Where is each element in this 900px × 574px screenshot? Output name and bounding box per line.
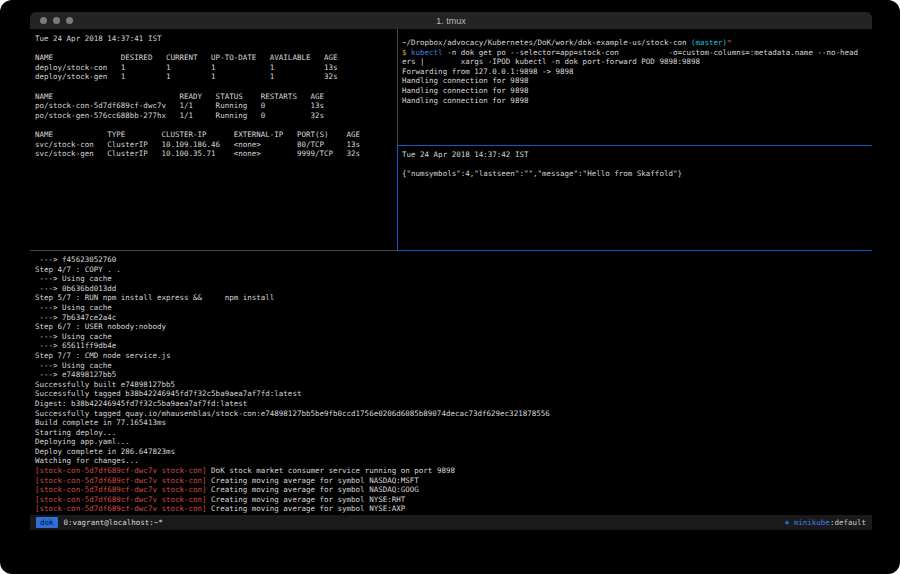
terminal-line: Watching for changes... bbox=[35, 456, 869, 466]
terminal-line: Forwarding from 127.0.0.1:9898 -> 9898 bbox=[402, 67, 870, 77]
terminal-text-segment: $ bbox=[402, 48, 411, 57]
terminal-text-segment: Deploying app.yaml... bbox=[35, 437, 130, 446]
terminal-line: svc/stock-con ClusterIP 10.109.186.46 <n… bbox=[35, 140, 393, 150]
terminal-line: [stock-con-5d7df689cf-dwc7v stock-con] D… bbox=[35, 466, 869, 476]
terminal-text-segment: {"numsymbols":4,"lastseen":"","message":… bbox=[402, 169, 682, 178]
terminal-line: po/stock-gen-576cc688bb-277hx 1/1 Runnin… bbox=[35, 111, 393, 121]
terminal-text-segment: Step 5/7 : RUN npm install express && np… bbox=[35, 293, 274, 302]
terminal-line: deploy/stock-gen 1 1 1 1 32s bbox=[35, 72, 393, 82]
terminal-line: $ kubectl -n dok get po --selector=app=s… bbox=[402, 48, 870, 58]
terminal-line: Successfully built e74898127bb5 bbox=[35, 380, 869, 390]
terminal-text-segment: Deploy complete in 286.647823ms bbox=[35, 447, 175, 456]
terminal-text-segment: Tue 24 Apr 2018 14:37:41 IST bbox=[35, 34, 161, 43]
terminal-text-segment: NAME TYPE CLUSTER-IP EXTERNAL-IP PORT(S)… bbox=[35, 130, 360, 139]
terminal-screen: Tue 24 Apr 2018 14:37:41 ISTNAME DESIRED… bbox=[30, 29, 872, 515]
pane-skaffold-build-log[interactable]: ---> f45623052760Step 4/7 : COPY . . ---… bbox=[35, 255, 869, 515]
pane-border-right-split-active bbox=[397, 145, 872, 146]
terminal-text-segment: Digest: b38b42246945fd7f32c5ba9aea7af7fd… bbox=[35, 399, 247, 408]
terminal-text-segment: Forwarding from 127.0.0.1:9898 -> 9898 bbox=[402, 67, 574, 76]
terminal-line: NAME TYPE CLUSTER-IP EXTERNAL-IP PORT(S)… bbox=[35, 130, 393, 140]
terminal-text-segment: po/stock-gen-576cc688bb-277hx 1/1 Runnin… bbox=[35, 111, 324, 120]
terminal-line: Successfully tagged b38b42246945fd7f32c5… bbox=[35, 389, 869, 399]
terminal-line: [stock-con-5d7df689cf-dwc7v stock-con] C… bbox=[35, 495, 869, 505]
pane-port-forward[interactable]: ~/Dropbox/advocacy/Kubernetes/DoK/work/d… bbox=[402, 38, 870, 144]
terminal-line: Step 4/7 : COPY . . bbox=[35, 265, 869, 275]
terminal-text-segment: ---> 0b636bd013dd bbox=[35, 284, 116, 293]
terminal-text-segment: ---> e74898127bb5 bbox=[35, 370, 116, 379]
terminal-text-segment: Starting deploy... bbox=[35, 428, 116, 437]
terminal-text-segment: Successfully tagged b38b42246945fd7f32c5… bbox=[35, 389, 301, 398]
terminal-text-segment: [stock-con-5d7df689cf-dwc7v stock-con] bbox=[35, 495, 207, 504]
terminal-line: po/stock-con-5d7df689cf-dwc7v 1/1 Runnin… bbox=[35, 101, 393, 111]
terminal-text-segment: po/stock-con-5d7df689cf-dwc7v 1/1 Runnin… bbox=[35, 101, 324, 110]
terminal-line bbox=[35, 44, 393, 54]
terminal-text-segment: Tue 24 Apr 2018 14:37:42 IST bbox=[402, 150, 528, 159]
pane-kubectl-watch[interactable]: Tue 24 Apr 2018 14:37:41 ISTNAME DESIRED… bbox=[35, 34, 393, 248]
terminal-line: Deploying app.yaml... bbox=[35, 437, 869, 447]
terminal-text-segment: * bbox=[727, 38, 732, 47]
terminal-window: 1. tmux Tue 24 Apr 2018 14:37:41 ISTNAME… bbox=[30, 12, 872, 530]
terminal-text-segment: ---> f45623052760 bbox=[35, 255, 116, 264]
terminal-line: Handling connection for 9898 bbox=[402, 96, 870, 106]
terminal-text-segment: Handling connection for 9898 bbox=[402, 96, 528, 105]
terminal-line: ---> 7b6347ce2a4c bbox=[35, 313, 869, 323]
terminal-text-segment: [stock-con-5d7df689cf-dwc7v stock-con] bbox=[35, 466, 207, 475]
kube-namespace: :default bbox=[830, 518, 866, 527]
tmux-status-bar: dok 0:vagrant@localhost:~* ⎈ minikube:de… bbox=[30, 515, 872, 530]
terminal-text-segment: ers | xargs -IPOD kubectl -n dok port-fo… bbox=[402, 57, 700, 66]
terminal-line: Deploy complete in 286.647823ms bbox=[35, 447, 869, 457]
terminal-text-segment: Creating moving average for symbol NYSE:… bbox=[207, 504, 406, 513]
terminal-line: svc/stock-gen ClusterIP 10.100.35.71 <no… bbox=[35, 149, 393, 159]
terminal-text-segment: deploy/stock-gen 1 1 1 1 32s bbox=[35, 72, 338, 81]
terminal-text-segment: Step 4/7 : COPY . . bbox=[35, 265, 121, 274]
terminal-text-segment: Watching for changes... bbox=[35, 456, 139, 465]
terminal-text-segment: Handling connection for 9898 bbox=[402, 86, 528, 95]
terminal-text-segment: [stock-con-5d7df689cf-dwc7v stock-con] bbox=[35, 504, 207, 513]
tmux-window-item[interactable]: 0:vagrant@localhost:~* bbox=[64, 518, 163, 527]
terminal-line bbox=[402, 160, 870, 170]
terminal-line: ---> Using cache bbox=[35, 361, 869, 371]
terminal-line: Digest: b38b42246945fd7f32c5ba9aea7af7fd… bbox=[35, 399, 869, 409]
pane-border-horizontal-inactive bbox=[30, 250, 397, 251]
terminal-text-segment: svc/stock-con ClusterIP 10.109.186.46 <n… bbox=[35, 140, 360, 149]
terminal-text-segment: ~/Dropbox/advocacy/Kubernetes/DoK/work/d… bbox=[402, 38, 691, 47]
terminal-text-segment: Creating moving average for symbol NASDA… bbox=[207, 476, 419, 485]
window-titlebar[interactable]: 1. tmux bbox=[30, 12, 872, 29]
kube-context-name: minikube bbox=[794, 518, 830, 527]
terminal-text-segment: ---> Using cache bbox=[35, 274, 112, 283]
terminal-line: [stock-con-5d7df689cf-dwc7v stock-con] C… bbox=[35, 485, 869, 495]
helm-wheel-icon: ⎈ bbox=[785, 518, 794, 527]
zoom-button[interactable] bbox=[66, 17, 73, 24]
terminal-line bbox=[35, 82, 393, 92]
minimize-button[interactable] bbox=[53, 17, 60, 24]
kube-context-indicator: ⎈ minikube:default bbox=[785, 518, 866, 527]
terminal-line: Tue 24 Apr 2018 14:37:41 IST bbox=[35, 34, 393, 44]
terminal-text-segment: kubectl bbox=[411, 48, 443, 57]
terminal-line bbox=[35, 120, 393, 130]
terminal-line: ~/Dropbox/advocacy/Kubernetes/DoK/work/d… bbox=[402, 38, 870, 48]
terminal-line: ---> 65611ff9db4e bbox=[35, 341, 869, 351]
terminal-line: [stock-con-5d7df689cf-dwc7v stock-con] C… bbox=[35, 504, 869, 514]
close-button[interactable] bbox=[40, 17, 47, 24]
terminal-line: Step 5/7 : RUN npm install express && np… bbox=[35, 293, 869, 303]
terminal-text-segment: svc/stock-gen ClusterIP 10.100.35.71 <no… bbox=[35, 149, 360, 158]
terminal-text-segment: -n dok get po --selector=app=stock-con -… bbox=[443, 48, 858, 57]
terminal-text-segment: ---> 65611ff9db4e bbox=[35, 341, 116, 350]
pane-border-vertical-active bbox=[397, 146, 398, 251]
terminal-line: ---> Using cache bbox=[35, 303, 869, 313]
terminal-line: {"numsymbols":4,"lastseen":"","message":… bbox=[402, 169, 870, 179]
terminal-text-segment: ---> Using cache bbox=[35, 332, 112, 341]
terminal-line: NAME READY STATUS RESTARTS AGE bbox=[35, 92, 393, 102]
terminal-text-segment: ---> Using cache bbox=[35, 303, 112, 312]
terminal-text-segment: Successfully built e74898127bb5 bbox=[35, 380, 175, 389]
desktop-background: 1. tmux Tue 24 Apr 2018 14:37:41 ISTNAME… bbox=[0, 0, 900, 574]
terminal-line: ers | xargs -IPOD kubectl -n dok port-fo… bbox=[402, 57, 870, 67]
terminal-line: Successfully tagged quay.io/mhausenblas/… bbox=[35, 409, 869, 419]
terminal-line: ---> e74898127bb5 bbox=[35, 370, 869, 380]
pane-service-response-active[interactable]: Tue 24 Apr 2018 14:37:42 IST{"numsymbols… bbox=[402, 150, 870, 249]
terminal-line: ---> f45623052760 bbox=[35, 255, 869, 265]
tmux-session-badge[interactable]: dok bbox=[36, 517, 58, 528]
terminal-text-segment: Build complete in 77.165413ms bbox=[35, 418, 166, 427]
window-title: 1. tmux bbox=[30, 16, 872, 26]
terminal-line: ---> Using cache bbox=[35, 274, 869, 284]
